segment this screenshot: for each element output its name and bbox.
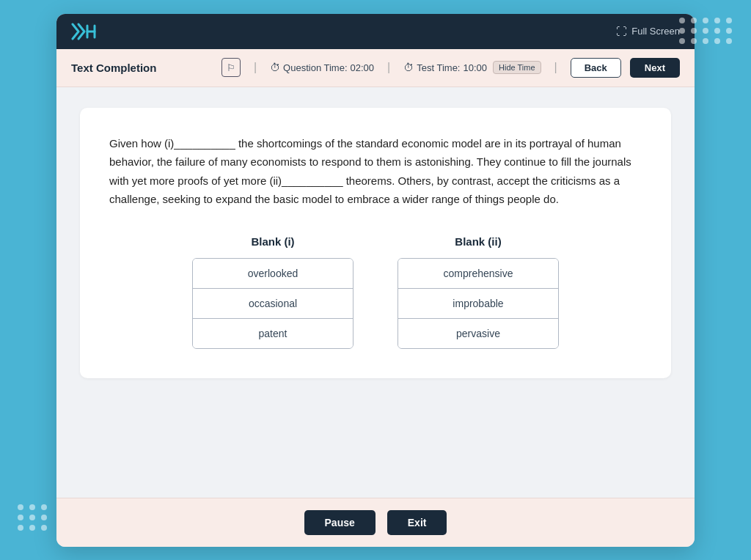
fullscreen-button[interactable]: ⛶ Full Screen (616, 25, 680, 37)
blank-ii-option-improbable[interactable]: improbable (398, 289, 558, 319)
decorative-dots-bottom-left (18, 504, 48, 531)
question-card: Given how (i)__________ the shortcomings… (80, 108, 671, 378)
back-button[interactable]: Back (571, 58, 621, 78)
topbar: ⛶ Full Screen (56, 14, 695, 49)
blank-i-option-occasional[interactable]: occasional (193, 289, 353, 319)
blank-ii-option-pervasive[interactable]: pervasive (398, 319, 558, 348)
separator-2: | (387, 61, 390, 74)
blank-ii-option-comprehensive[interactable]: comprehensive (398, 259, 558, 289)
footer-bar: Pause Exit (56, 498, 695, 547)
question-text: Given how (i)__________ the shortcomings… (109, 134, 642, 209)
test-time-value: 10:00 (464, 62, 488, 73)
logo-icon (71, 21, 98, 42)
blank-i-column: Blank (i) overlooked occasional patent (192, 235, 353, 349)
main-window: ⛶ Full Screen Text Completion ⚐ | ⏱ Ques… (56, 14, 695, 547)
content-area: Given how (i)__________ the shortcomings… (56, 87, 695, 498)
blank-ii-header: Blank (ii) (455, 235, 501, 248)
logo (71, 21, 98, 42)
blank-ii-options: comprehensive improbable pervasive (398, 258, 559, 349)
fullscreen-icon: ⛶ (616, 25, 627, 37)
blank-i-options: overlooked occasional patent (192, 258, 353, 349)
fullscreen-label: Full Screen (631, 26, 680, 37)
avatar-icon: ⚐ (221, 58, 241, 77)
header-bar: Text Completion ⚐ | ⏱ Question Time: 02:… (56, 49, 695, 87)
blank-i-option-overlooked[interactable]: overlooked (193, 259, 353, 289)
test-clock-icon: ⏱ (403, 62, 414, 73)
section-title: Text Completion (71, 62, 156, 74)
pause-button[interactable]: Pause (304, 510, 376, 535)
separator-3: | (554, 61, 557, 74)
hide-time-button[interactable]: Hide Time (493, 61, 541, 74)
question-time-value: 02:00 (351, 62, 375, 73)
test-time-label: Test Time: (417, 62, 460, 73)
blanks-section: Blank (i) overlooked occasional patent B… (109, 235, 642, 349)
next-button[interactable]: Next (630, 58, 680, 78)
question-time-label: Question Time: (283, 62, 347, 73)
blank-i-option-patent[interactable]: patent (193, 319, 353, 348)
blank-i-header: Blank (i) (251, 235, 294, 248)
decorative-dots-top-right (679, 18, 733, 44)
question-clock-icon: ⏱ (270, 62, 280, 73)
separator-1: | (254, 61, 257, 74)
exit-button[interactable]: Exit (387, 510, 447, 535)
blank-ii-column: Blank (ii) comprehensive improbable perv… (398, 235, 559, 349)
test-time-meta: ⏱ Test Time: 10:00 Hide Time (403, 61, 541, 74)
question-time-meta: ⏱ Question Time: 02:00 (270, 62, 374, 73)
